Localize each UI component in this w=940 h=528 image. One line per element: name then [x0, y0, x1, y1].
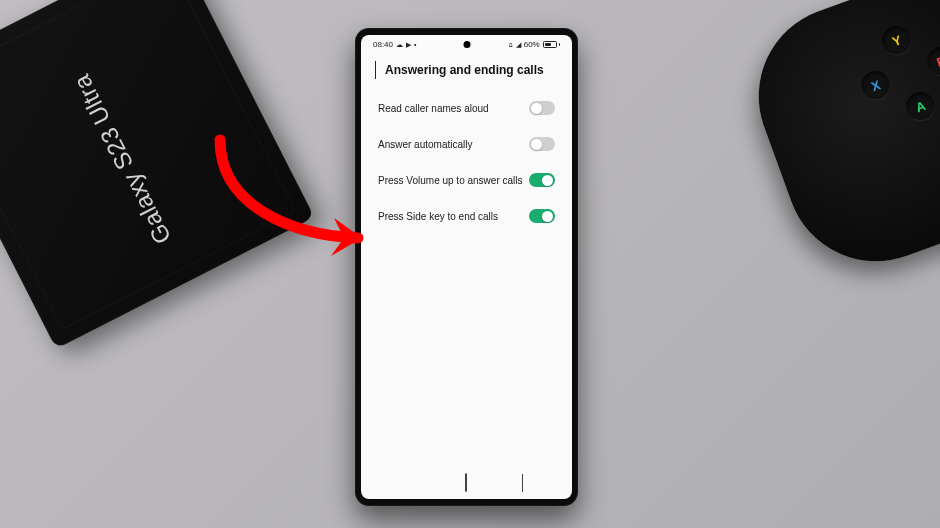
navigation-bar: [361, 465, 572, 499]
signal-icon: ◢: [516, 41, 521, 49]
camera-hole: [463, 41, 470, 48]
page-title: Answering and ending calls: [385, 63, 544, 77]
product-box-label: Galaxy S23 Ultra: [67, 69, 176, 248]
controller-x-button: X: [858, 67, 894, 103]
controller-b-button: B: [923, 43, 940, 79]
toggle-read-caller-names[interactable]: [529, 101, 555, 115]
toggle-side-key-end[interactable]: [529, 209, 555, 223]
controller-y-button: Y: [879, 22, 915, 58]
setting-side-key-end[interactable]: Press Side key to end calls: [364, 198, 569, 234]
product-box: Galaxy S23 Ultra: [0, 0, 315, 349]
setting-read-caller-names[interactable]: Read caller names aloud: [364, 90, 569, 126]
setting-answer-automatically[interactable]: Answer automatically: [364, 126, 569, 162]
page-header: Answering and ending calls: [361, 52, 572, 90]
controller-a-button: A: [903, 88, 939, 124]
setting-volume-up-answer[interactable]: Press Volume up to answer calls: [364, 162, 569, 198]
nav-back-button[interactable]: [522, 474, 523, 492]
cloud-icon: ☁: [396, 41, 403, 49]
setting-label: Press Volume up to answer calls: [378, 175, 523, 186]
back-icon: [522, 474, 523, 492]
settings-list: Read caller names aloud Answer automatic…: [361, 90, 572, 465]
battery-percent: 60%: [524, 40, 540, 49]
more-icon: •: [414, 41, 416, 48]
phone-frame: 08:40 ☁ ▶ • ⩍ ◢ 60% Answering and ending…: [355, 28, 578, 506]
phone-screen: 08:40 ☁ ▶ • ⩍ ◢ 60% Answering and ending…: [361, 35, 572, 499]
setting-label: Read caller names aloud: [378, 103, 489, 114]
home-icon: [465, 473, 467, 492]
battery-icon: [543, 41, 560, 48]
chevron-left-icon: [375, 61, 376, 79]
setting-label: Press Side key to end calls: [378, 211, 498, 222]
status-time: 08:40: [373, 40, 393, 49]
toggle-answer-automatically[interactable]: [529, 137, 555, 151]
back-button[interactable]: [375, 61, 376, 79]
nav-home-button[interactable]: [465, 474, 467, 492]
wifi-icon: ⩍: [509, 41, 513, 48]
setting-label: Answer automatically: [378, 139, 472, 150]
youtube-icon: ▶: [406, 41, 411, 49]
game-controller: Y B A X: [733, 0, 940, 287]
toggle-volume-up-answer[interactable]: [529, 173, 555, 187]
